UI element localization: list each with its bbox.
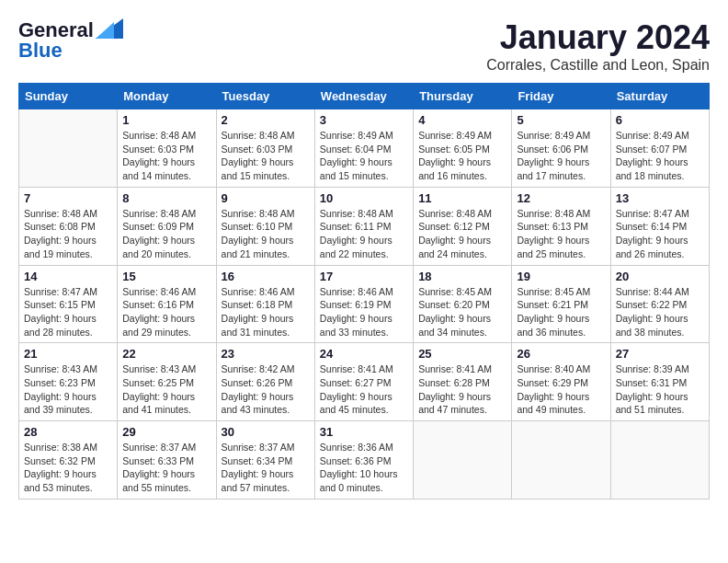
header-thursday: Thursday: [414, 84, 512, 109]
day-number: 11: [418, 191, 506, 205]
calendar-cell: 6Sunrise: 8:49 AMSunset: 6:07 PMDaylight…: [610, 109, 709, 188]
day-info: Sunrise: 8:40 AMSunset: 6:29 PMDaylight:…: [517, 362, 605, 417]
day-info: Sunrise: 8:41 AMSunset: 6:28 PMDaylight:…: [418, 362, 506, 417]
calendar-cell: 2Sunrise: 8:48 AMSunset: 6:03 PMDaylight…: [216, 109, 314, 188]
calendar-cell: 19Sunrise: 8:45 AMSunset: 6:21 PMDayligh…: [512, 265, 610, 343]
day-number: 27: [616, 347, 704, 361]
logo: General Blue: [18, 18, 123, 63]
day-number: 8: [122, 191, 210, 205]
header-sunday: Sunday: [19, 84, 118, 109]
calendar-cell: 3Sunrise: 8:49 AMSunset: 6:04 PMDaylight…: [314, 109, 413, 188]
svg-marker-1: [96, 22, 114, 39]
day-number: 7: [24, 191, 112, 205]
header-tuesday: Tuesday: [216, 84, 314, 109]
day-info: Sunrise: 8:48 AMSunset: 6:03 PMDaylight:…: [222, 129, 310, 183]
day-info: Sunrise: 8:46 AMSunset: 6:16 PMDaylight:…: [122, 285, 210, 339]
calendar-cell: 14Sunrise: 8:47 AMSunset: 6:15 PMDayligh…: [19, 265, 118, 343]
logo-icon: [96, 18, 123, 39]
day-number: 26: [517, 347, 605, 361]
day-number: 23: [222, 347, 310, 361]
calendar-cell: 26Sunrise: 8:40 AMSunset: 6:29 PMDayligh…: [512, 343, 610, 421]
calendar-cell: [19, 109, 118, 188]
calendar-cell: 11Sunrise: 8:48 AMSunset: 6:12 PMDayligh…: [414, 187, 512, 265]
day-number: 15: [122, 270, 210, 283]
day-info: Sunrise: 8:45 AMSunset: 6:20 PMDaylight:…: [418, 285, 506, 339]
day-number: 22: [122, 347, 210, 361]
calendar-cell: 7Sunrise: 8:48 AMSunset: 6:08 PMDaylight…: [19, 187, 118, 265]
day-info: Sunrise: 8:48 AMSunset: 6:08 PMDaylight:…: [24, 207, 112, 261]
day-info: Sunrise: 8:41 AMSunset: 6:27 PMDaylight:…: [320, 362, 408, 417]
day-info: Sunrise: 8:43 AMSunset: 6:23 PMDaylight:…: [24, 362, 112, 417]
month-title: January 2024: [486, 18, 710, 57]
day-number: 16: [222, 270, 310, 283]
day-number: 20: [616, 270, 704, 283]
day-info: Sunrise: 8:48 AMSunset: 6:11 PMDaylight:…: [320, 207, 408, 261]
day-number: 5: [517, 113, 605, 127]
calendar-cell: 15Sunrise: 8:46 AMSunset: 6:16 PMDayligh…: [118, 265, 216, 343]
day-number: 19: [517, 270, 605, 283]
day-info: Sunrise: 8:49 AMSunset: 6:04 PMDaylight:…: [320, 129, 408, 183]
day-info: Sunrise: 8:36 AMSunset: 6:36 PMDaylight:…: [320, 441, 408, 495]
calendar-table: SundayMondayTuesdayWednesdayThursdayFrid…: [18, 83, 710, 500]
day-info: Sunrise: 8:48 AMSunset: 6:09 PMDaylight:…: [122, 207, 210, 261]
day-info: Sunrise: 8:38 AMSunset: 6:32 PMDaylight:…: [24, 441, 112, 495]
calendar-cell: 4Sunrise: 8:49 AMSunset: 6:05 PMDaylight…: [414, 109, 512, 188]
day-info: Sunrise: 8:48 AMSunset: 6:13 PMDaylight:…: [517, 207, 605, 261]
calendar-cell: 20Sunrise: 8:44 AMSunset: 6:22 PMDayligh…: [610, 265, 709, 343]
calendar-cell: 28Sunrise: 8:38 AMSunset: 6:32 PMDayligh…: [19, 421, 118, 500]
calendar-cell: 31Sunrise: 8:36 AMSunset: 6:36 PMDayligh…: [314, 421, 413, 500]
day-number: 24: [320, 347, 408, 361]
calendar-cell: 24Sunrise: 8:41 AMSunset: 6:27 PMDayligh…: [314, 343, 413, 421]
calendar-week-row: 1Sunrise: 8:48 AMSunset: 6:03 PMDaylight…: [19, 109, 710, 188]
day-info: Sunrise: 8:48 AMSunset: 6:03 PMDaylight:…: [122, 129, 210, 183]
day-number: 18: [418, 270, 506, 283]
calendar-cell: 13Sunrise: 8:47 AMSunset: 6:14 PMDayligh…: [610, 187, 709, 265]
day-number: 17: [320, 270, 408, 283]
calendar-cell: 29Sunrise: 8:37 AMSunset: 6:33 PMDayligh…: [118, 421, 216, 500]
calendar-cell: 17Sunrise: 8:46 AMSunset: 6:19 PMDayligh…: [314, 265, 413, 343]
day-number: 30: [222, 425, 310, 439]
title-block: January 2024 Corrales, Castille and Leon…: [486, 18, 710, 74]
day-info: Sunrise: 8:48 AMSunset: 6:12 PMDaylight:…: [418, 207, 506, 261]
day-number: 31: [320, 425, 408, 439]
calendar-cell: 9Sunrise: 8:48 AMSunset: 6:10 PMDaylight…: [216, 187, 314, 265]
day-info: Sunrise: 8:45 AMSunset: 6:21 PMDaylight:…: [517, 285, 605, 339]
calendar-cell: 30Sunrise: 8:37 AMSunset: 6:34 PMDayligh…: [216, 421, 314, 500]
calendar-cell: 25Sunrise: 8:41 AMSunset: 6:28 PMDayligh…: [414, 343, 512, 421]
day-info: Sunrise: 8:46 AMSunset: 6:19 PMDaylight:…: [320, 285, 408, 339]
calendar-week-row: 28Sunrise: 8:38 AMSunset: 6:32 PMDayligh…: [19, 421, 710, 500]
day-info: Sunrise: 8:49 AMSunset: 6:05 PMDaylight:…: [418, 129, 506, 183]
day-number: 4: [418, 113, 506, 127]
day-info: Sunrise: 8:46 AMSunset: 6:18 PMDaylight:…: [222, 285, 310, 339]
header-monday: Monday: [118, 84, 216, 109]
page-header: General Blue January 2024 Corrales, Cast…: [18, 18, 710, 74]
day-info: Sunrise: 8:49 AMSunset: 6:07 PMDaylight:…: [616, 129, 704, 183]
header-wednesday: Wednesday: [314, 84, 413, 109]
calendar-cell: 1Sunrise: 8:48 AMSunset: 6:03 PMDaylight…: [118, 109, 216, 188]
calendar-cell: 18Sunrise: 8:45 AMSunset: 6:20 PMDayligh…: [414, 265, 512, 343]
calendar-cell: 21Sunrise: 8:43 AMSunset: 6:23 PMDayligh…: [19, 343, 118, 421]
calendar-week-row: 21Sunrise: 8:43 AMSunset: 6:23 PMDayligh…: [19, 343, 710, 421]
header-friday: Friday: [512, 84, 610, 109]
calendar-cell: [414, 421, 512, 500]
calendar-week-row: 14Sunrise: 8:47 AMSunset: 6:15 PMDayligh…: [19, 265, 710, 343]
calendar-header-row: SundayMondayTuesdayWednesdayThursdayFrid…: [19, 84, 710, 109]
day-info: Sunrise: 8:43 AMSunset: 6:25 PMDaylight:…: [122, 362, 210, 417]
logo-blue: Blue: [18, 39, 63, 63]
day-number: 1: [122, 113, 210, 127]
day-number: 14: [24, 270, 112, 283]
day-info: Sunrise: 8:39 AMSunset: 6:31 PMDaylight:…: [616, 362, 704, 417]
day-info: Sunrise: 8:47 AMSunset: 6:14 PMDaylight:…: [616, 207, 704, 261]
calendar-cell: 10Sunrise: 8:48 AMSunset: 6:11 PMDayligh…: [314, 187, 413, 265]
day-number: 2: [222, 113, 310, 127]
day-info: Sunrise: 8:48 AMSunset: 6:10 PMDaylight:…: [222, 207, 310, 261]
calendar-week-row: 7Sunrise: 8:48 AMSunset: 6:08 PMDaylight…: [19, 187, 710, 265]
calendar-cell: 8Sunrise: 8:48 AMSunset: 6:09 PMDaylight…: [118, 187, 216, 265]
calendar-cell: 22Sunrise: 8:43 AMSunset: 6:25 PMDayligh…: [118, 343, 216, 421]
day-info: Sunrise: 8:47 AMSunset: 6:15 PMDaylight:…: [24, 285, 112, 339]
day-info: Sunrise: 8:42 AMSunset: 6:26 PMDaylight:…: [222, 362, 310, 417]
calendar-cell: [512, 421, 610, 500]
day-number: 9: [222, 191, 310, 205]
day-number: 21: [24, 347, 112, 361]
day-number: 10: [320, 191, 408, 205]
